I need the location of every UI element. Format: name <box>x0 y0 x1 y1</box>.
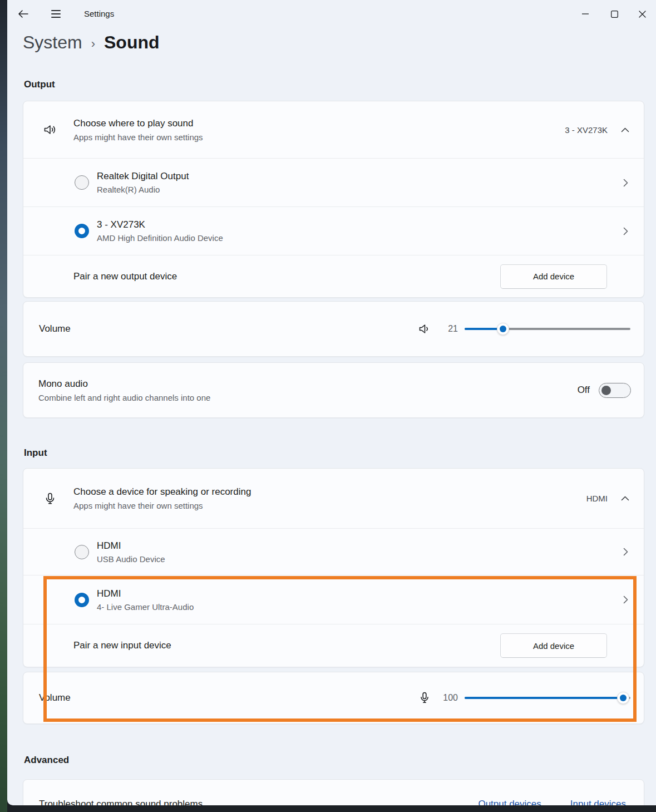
pair-output-label: Pair a new output device <box>73 271 177 282</box>
input-volume-slider[interactable] <box>465 691 630 705</box>
chevron-right-icon[interactable] <box>623 179 628 187</box>
titlebar: Settings <box>7 0 656 28</box>
device-desc: 4- Live Gamer Ultra-Audio <box>97 602 194 612</box>
radio-selected-icon[interactable] <box>75 593 89 607</box>
input-device-card: Choose a device for speaking or recordin… <box>23 468 644 667</box>
pair-input-label: Pair a new input device <box>73 640 171 651</box>
chevron-right-icon[interactable] <box>623 596 628 604</box>
maximize-icon <box>611 11 618 18</box>
slider-thumb[interactable] <box>617 692 629 704</box>
add-output-device-button[interactable]: Add device <box>500 264 607 289</box>
hamburger-menu-button[interactable] <box>43 0 68 28</box>
chevron-right-icon[interactable] <box>623 227 628 235</box>
breadcrumb-separator-icon: › <box>91 35 95 51</box>
output-volume-slider[interactable] <box>465 322 630 336</box>
toggle-knob <box>601 386 611 395</box>
breadcrumb: System › Sound <box>23 32 160 53</box>
back-arrow-icon <box>18 9 29 18</box>
input-volume-value: 100 <box>439 693 458 703</box>
maximize-button[interactable] <box>601 0 627 28</box>
input-expander-row[interactable]: Choose a device for speaking or recordin… <box>23 469 644 528</box>
chevron-right-icon[interactable] <box>623 548 628 556</box>
chevron-up-icon[interactable] <box>621 127 629 132</box>
output-expander-title: Choose where to play sound <box>73 118 203 129</box>
window-title: Settings <box>84 9 114 18</box>
device-desc: Realtek(R) Audio <box>97 185 189 194</box>
pair-input-row: Pair a new input device Add device <box>23 624 644 667</box>
input-device-row-usb[interactable]: HDMI USB Audio Device <box>23 528 644 575</box>
minimize-button[interactable] <box>573 0 598 28</box>
slider-thumb[interactable] <box>497 323 509 335</box>
microphone-small-icon[interactable] <box>418 691 431 705</box>
input-volume-card: Volume 100 <box>23 672 644 724</box>
mono-audio-subtitle: Combine left and right audio channels in… <box>38 393 210 402</box>
mono-audio-toggle[interactable] <box>599 383 631 398</box>
radio-unselected-icon[interactable] <box>75 175 89 190</box>
back-button[interactable] <box>11 0 36 28</box>
output-expander-row[interactable]: Choose where to play sound Apps might ha… <box>23 101 644 158</box>
troubleshoot-label: Troubleshoot common sound problems <box>39 799 203 805</box>
speaker-icon <box>43 122 57 137</box>
speaker-small-icon[interactable] <box>418 322 431 336</box>
close-icon <box>639 11 646 18</box>
output-devices-link[interactable]: Output devices <box>478 799 541 805</box>
device-name: HDMI <box>97 540 165 552</box>
breadcrumb-system[interactable]: System <box>23 32 82 53</box>
mono-audio-title: Mono audio <box>38 378 210 390</box>
output-expander-subtitle: Apps might have their own settings <box>73 132 203 142</box>
add-input-device-button[interactable]: Add device <box>500 633 607 658</box>
input-expander-title: Choose a device for speaking or recordin… <box>73 486 251 498</box>
mono-toggle-state: Off <box>578 385 590 396</box>
output-selected-device-value: 3 - XV273K <box>565 125 608 135</box>
slider-fill <box>465 697 624 699</box>
radio-unselected-icon[interactable] <box>75 545 89 559</box>
pair-output-row: Pair a new output device Add device <box>23 255 644 297</box>
device-name: HDMI <box>97 588 194 599</box>
radio-selected-icon[interactable] <box>75 224 89 238</box>
output-section-label: Output <box>24 79 55 90</box>
input-section-label: Input <box>24 447 47 459</box>
input-expander-subtitle: Apps might have their own settings <box>73 501 251 510</box>
input-volume-label: Volume <box>39 692 71 703</box>
desktop-background-strip <box>0 0 7 812</box>
mono-audio-card: Mono audio Combine left and right audio … <box>23 362 644 418</box>
output-device-card: Choose where to play sound Apps might ha… <box>23 101 644 298</box>
output-volume-value: 21 <box>439 324 458 334</box>
input-devices-link[interactable]: Input devices <box>570 799 626 805</box>
page-title: Sound <box>104 32 160 53</box>
advanced-card: Troubleshoot common sound problems Outpu… <box>23 779 644 805</box>
input-device-row-livegamer[interactable]: HDMI 4- Live Gamer Ultra-Audio <box>23 575 644 624</box>
advanced-section-label: Advanced <box>24 755 69 766</box>
minimize-icon <box>582 11 589 17</box>
device-name: Realtek Digital Output <box>97 171 189 182</box>
output-volume-card: Volume 21 <box>23 301 644 357</box>
chevron-up-icon[interactable] <box>621 496 629 501</box>
input-selected-device-value: HDMI <box>586 494 608 503</box>
close-button[interactable] <box>629 0 655 28</box>
output-volume-label: Volume <box>39 323 71 334</box>
device-desc: USB Audio Device <box>97 554 165 564</box>
settings-window: Settings System › Sound Output <box>7 0 656 805</box>
device-name: 3 - XV273K <box>97 219 223 230</box>
microphone-icon <box>43 491 57 506</box>
output-device-row-realtek[interactable]: Realtek Digital Output Realtek(R) Audio <box>23 158 644 206</box>
device-desc: AMD High Definition Audio Device <box>97 233 223 243</box>
output-device-row-xv273k[interactable]: 3 - XV273K AMD High Definition Audio Dev… <box>23 206 644 255</box>
